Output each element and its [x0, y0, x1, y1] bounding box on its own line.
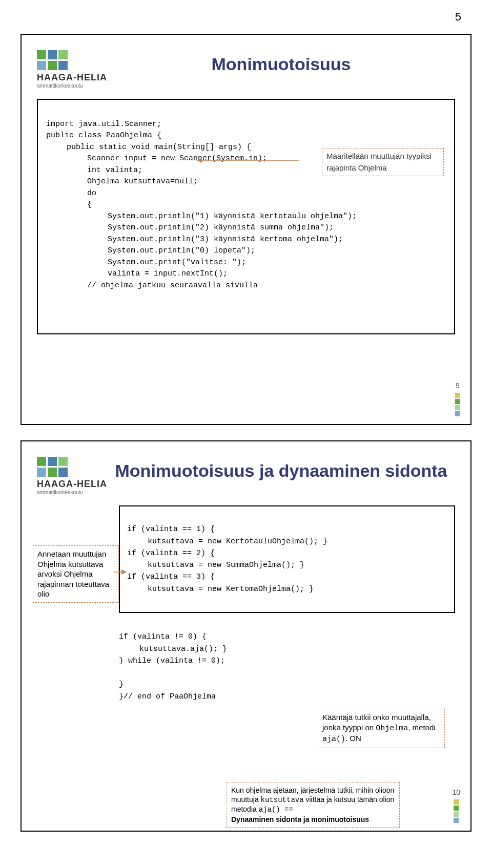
slide-number-block: 9 [455, 382, 460, 416]
callout-code: kutsuttava [261, 796, 304, 804]
code-line: int valinta; [46, 166, 142, 175]
code-line: if (valinta == 3) { [127, 573, 215, 581]
code-line: kutsuttava.aja(); } [119, 645, 227, 653]
code-box-2: if (valinta == 1) { kutsuttava = new Ker… [119, 505, 455, 613]
code-line: System.out.println("2) käynnistä summa o… [46, 223, 334, 232]
logo-sub: ammattikorkeakoulu [37, 490, 83, 495]
slide-1: HAAGA-HELIA ammattikorkeakoulu Monimuoto… [20, 34, 471, 425]
code-line: System.out.print("valitse: "); [46, 258, 246, 267]
page-number-top: 5 [0, 0, 492, 29]
code-line: } [119, 680, 124, 689]
logo-icon [37, 50, 68, 70]
callout-code: aja() == [259, 806, 293, 814]
slide2-body: Annetaan muuttujan Ohjelma kutsuttava ar… [37, 505, 455, 762]
slide-title: Monimuotoisuus ja dynaaminen sidonta [107, 457, 455, 481]
code-line: Scanner input = new Scanner(System.in); [46, 154, 267, 163]
callout-code: aja() [322, 735, 345, 744]
code-line: valinta = input.nextInt(); [46, 269, 228, 278]
code-line: kutsuttava = new KertomaOhjelma(); } [127, 585, 314, 594]
slide-2: HAAGA-HELIA ammattikorkeakoulu Monimuoto… [20, 440, 471, 832]
slide-header: HAAGA-HELIA ammattikorkeakoulu Monimuoto… [37, 457, 455, 495]
callout-text: . ON [345, 734, 361, 743]
slide-header: HAAGA-HELIA ammattikorkeakoulu Monimuoto… [37, 50, 455, 89]
code-line: Ohjelma kutsuttava=null; [46, 177, 198, 186]
code-line: import java.util.Scanner; [46, 120, 161, 129]
code-line: public class PaaOhjelma { [46, 131, 161, 140]
slide-number: 9 [456, 382, 460, 390]
decor-squares-icon [455, 393, 460, 416]
callout-left: Annetaan muuttujan Ohjelma kutsuttava ar… [33, 545, 119, 603]
logo-icon [37, 457, 68, 477]
logo-sub: ammattikorkeakoulu [37, 83, 83, 89]
logo-text: HAAGA-HELIA [37, 72, 107, 83]
slide-title: Monimuotoisuus [107, 50, 455, 74]
logo: HAAGA-HELIA ammattikorkeakoulu [37, 50, 107, 89]
code-line: if (valinta == 1) { [127, 525, 215, 534]
code-line: public static void main(String[] args) { [46, 143, 251, 152]
code-line: System.out.println("0) lopeta"); [46, 246, 255, 255]
code-line: // ohjelma jatkuu seuraavalla sivulla [46, 281, 258, 290]
logo-text: HAAGA-HELIA [37, 479, 107, 490]
code-line: { [46, 200, 92, 209]
slide-number-block: 10 [452, 788, 460, 823]
code-line: System.out.println("3) käynnistä kertoma… [46, 235, 343, 244]
code-line: kutsuttava = new KertotauluOhjelma(); } [127, 537, 327, 546]
code-line: kutsuttava = new SummaOhjelma(); } [127, 561, 304, 569]
code-line: do [46, 189, 96, 198]
callout-bold: Dynaaminen sidonta ja monimuotoisuus [231, 815, 369, 823]
callout-runtime: Kun ohjelma ajetaan, järjestelmä tutkii,… [227, 782, 400, 828]
callout-text: , metodi [408, 723, 435, 732]
logo: HAAGA-HELIA ammattikorkeakoulu [37, 457, 107, 495]
callout-code: Ohjelma [376, 724, 408, 733]
code-line: if (valinta == 2) { [127, 549, 215, 558]
code-box-1: import java.util.Scanner; public class P… [37, 99, 455, 334]
callout-compiler: Kääntäjä tutkii onko muuttajalla, jonka … [318, 709, 445, 748]
callout-define-type: Määritellään muuttujan tyypiksi rajapint… [322, 148, 444, 176]
code-line: }// end of PaaOhjelma [119, 692, 216, 701]
code-below: if (valinta != 0) { kutsuttava.aja(); } … [119, 619, 455, 762]
code-line: } while (valinta != 0); [119, 657, 225, 665]
code-line: if (valinta != 0) { [119, 632, 207, 641]
decor-squares-icon [454, 799, 459, 823]
code-line: System.out.println("1) käynnistä kertota… [46, 212, 357, 221]
slide-number: 10 [452, 788, 460, 796]
